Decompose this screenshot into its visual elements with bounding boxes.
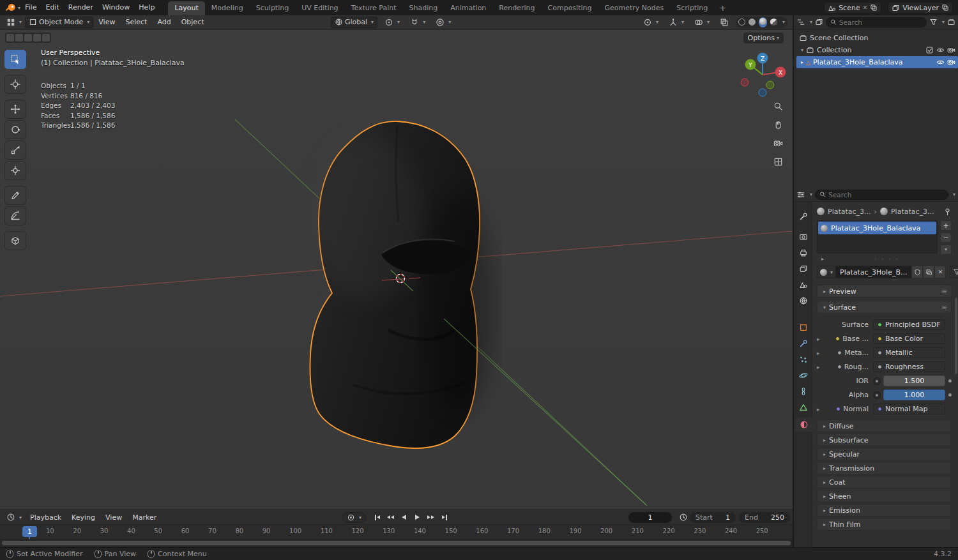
unpin-icon[interactable]: ✕ — [863, 4, 868, 11]
camera-render-icon[interactable] — [947, 46, 955, 54]
tool-transform[interactable] — [4, 161, 26, 180]
add-slot-button[interactable]: + — [940, 220, 952, 231]
overlays-dropdown[interactable]: ▾ — [691, 17, 713, 28]
add-workspace-button[interactable]: + — [714, 3, 731, 13]
surface-shader-button[interactable]: Principled BSDF — [873, 319, 945, 330]
tool-measure[interactable] — [4, 206, 26, 225]
proportional-editing-toggle[interactable]: ▾ — [432, 17, 454, 28]
normal-link-button[interactable]: Normal Map — [873, 404, 945, 414]
breadcrumb-object[interactable]: Platatac_3... — [828, 208, 871, 216]
properties-scrollbar[interactable] — [955, 298, 957, 374]
collapsed-panel[interactable]: ▸ Emission — [817, 504, 952, 517]
topbar-menu[interactable]: Help — [134, 0, 159, 15]
eye-icon[interactable] — [936, 58, 945, 66]
workspace-tab[interactable]: Shading — [403, 1, 445, 15]
pivot-point-dropdown[interactable]: ▾ — [381, 17, 403, 28]
workspace-tab[interactable]: Geometry Nodes — [598, 1, 670, 15]
collapsed-panel[interactable]: ▸ Transmission — [817, 462, 952, 474]
timeline-scrollbar[interactable] — [0, 539, 793, 547]
expand-icon[interactable]: ▾ — [801, 47, 803, 53]
mode-dropdown[interactable]: Object Mode ▾ — [25, 17, 93, 28]
properties-editor-icon[interactable] — [796, 190, 805, 199]
current-frame-field[interactable]: 1 — [628, 512, 672, 523]
gizmos-dropdown[interactable]: ▾ — [665, 17, 687, 28]
tool-annotate[interactable] — [4, 186, 26, 205]
timeline-menu[interactable]: Keying — [66, 513, 100, 522]
xray-toggle[interactable] — [717, 17, 732, 28]
breadcrumb-material[interactable]: Platatac_3... — [891, 208, 934, 216]
slot-specials-button[interactable]: ▾ — [940, 245, 952, 255]
frame-end-field[interactable]: End250 — [739, 512, 790, 523]
tab-physics[interactable] — [795, 368, 812, 382]
workspace-tab[interactable]: Compositing — [542, 1, 598, 15]
expand-icon[interactable]: ▸ — [817, 364, 820, 370]
tool-scale[interactable] — [4, 140, 26, 160]
workspace-tab[interactable]: UV Editing — [295, 1, 344, 15]
playhead[interactable]: 1 — [22, 526, 37, 537]
gizmo-y-neg[interactable] — [766, 81, 774, 89]
tool-add-cube[interactable] — [4, 231, 26, 250]
new-collection-icon[interactable] — [947, 18, 955, 26]
use-preview-range-button[interactable] — [676, 511, 691, 523]
play-button[interactable] — [411, 512, 423, 523]
camera-view-button[interactable] — [771, 136, 785, 150]
tab-particles[interactable] — [795, 352, 812, 367]
tab-object-data[interactable] — [795, 400, 812, 414]
topbar-menu[interactable]: Window — [98, 0, 134, 15]
tab-render[interactable] — [795, 230, 812, 244]
viewlayer-selector[interactable]: ViewLayer — [888, 2, 953, 13]
browse-material-button[interactable]: ▾ — [817, 266, 836, 278]
tab-constraints[interactable] — [795, 384, 812, 398]
camera-render-icon[interactable] — [947, 58, 955, 66]
expand-icon[interactable]: ▸ — [817, 336, 820, 342]
collapsed-panel[interactable]: ▸ Coat — [817, 476, 952, 488]
topbar-menu[interactable]: Render — [64, 0, 98, 15]
timeline-editor-type-button[interactable]: ▾ — [3, 511, 25, 523]
tab-tool[interactable] — [795, 209, 812, 223]
outliner-editor-icon[interactable] — [796, 18, 805, 27]
collapsed-panel[interactable]: ▸ Subsurface — [817, 434, 952, 446]
editor-type-button[interactable]: ▾ — [3, 17, 25, 28]
fake-user-button[interactable] — [911, 266, 923, 278]
properties-search[interactable] — [815, 190, 948, 200]
collapsed-panel[interactable]: ▸ Specular — [817, 448, 952, 460]
checkbox-icon[interactable] — [925, 46, 934, 54]
zoom-button[interactable] — [771, 99, 785, 113]
properties-search-input[interactable] — [828, 191, 944, 199]
jump-to-start-button[interactable] — [371, 512, 383, 523]
scrollbar-thumb[interactable] — [2, 541, 791, 545]
keyframe-dot-icon[interactable] — [948, 393, 952, 397]
tab-world[interactable] — [795, 294, 812, 308]
selectability-dropdown[interactable]: ▾ — [640, 17, 662, 28]
collapsed-panel[interactable]: ▸ Sheen — [817, 490, 952, 503]
frame-start-field[interactable]: Start1 — [690, 512, 736, 523]
alpha-socket-button[interactable] — [873, 391, 881, 399]
options-dropdown[interactable]: Options ▾ — [743, 33, 784, 43]
tool-cursor[interactable] — [4, 75, 26, 94]
panel-grip-icon[interactable]: ≡ — [941, 287, 947, 296]
tab-output[interactable] — [795, 246, 812, 260]
filter-funnel-icon[interactable] — [929, 18, 938, 26]
workspace-tab[interactable]: Scripting — [670, 1, 714, 15]
material-slot-list[interactable]: Platatac_3Hole_Balaclava — [817, 220, 938, 254]
outliner-row-object[interactable]: ▸ △ Platatac_3Hole_Balaclava — [796, 56, 958, 68]
rendered-shading-button[interactable] — [770, 19, 777, 26]
tool-rotate[interactable] — [4, 120, 26, 139]
topbar-menu[interactable]: File — [20, 0, 41, 15]
drag-grip-icon[interactable]: · · · · — [824, 255, 949, 263]
timeline-ruler[interactable]: 1102030405060708090100110120130140150160… — [0, 524, 793, 539]
material-filter-button[interactable]: ▾ — [950, 266, 958, 278]
tool-move[interactable] — [4, 100, 26, 119]
keyframe-dot-icon[interactable] — [948, 379, 952, 382]
outliner-search[interactable] — [826, 17, 927, 27]
remove-slot-button[interactable]: − — [940, 232, 952, 243]
collapsed-panel[interactable]: ▸ Thin Film — [817, 518, 952, 531]
roughness-link-button[interactable]: Roughness — [873, 361, 945, 372]
workspace-tab[interactable]: Rendering — [492, 1, 541, 15]
snap-toggle[interactable]: ▾ — [407, 17, 429, 28]
workspace-tab[interactable]: Animation — [444, 1, 492, 15]
unlink-material-button[interactable]: ✕ — [934, 266, 946, 278]
jump-to-end-button[interactable] — [438, 512, 450, 523]
wireframe-shading-button[interactable] — [738, 19, 745, 26]
gizmo-z-neg[interactable] — [759, 89, 766, 96]
